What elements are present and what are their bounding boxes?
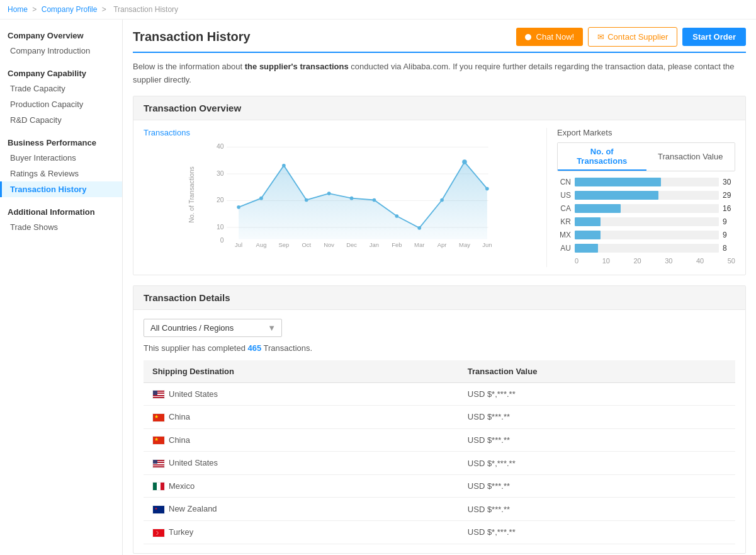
cell-value: USD $*,***.**: [459, 520, 735, 544]
contact-supplier-button[interactable]: ✉ Contact Supplier: [588, 27, 677, 47]
details-body: All Countries / Regions United States Ch…: [133, 310, 745, 553]
country-filter-select[interactable]: All Countries / Regions United States Ch…: [144, 319, 282, 337]
bar-fill: [575, 231, 601, 239]
cell-destination: Mexico: [144, 474, 459, 498]
cell-value: USD $***.**: [459, 498, 735, 521]
dot-may: [462, 159, 467, 164]
bar-fill: [575, 178, 661, 186]
cell-destination: ✦New Zealand: [144, 498, 459, 521]
table-row: Mexico USD $***.**: [144, 474, 735, 498]
svg-text:Jul: Jul: [235, 241, 242, 248]
bar-country-label: CN: [557, 178, 571, 186]
col-value: Transaction Value: [459, 360, 735, 383]
line-chart-svg: 40 30 20 10 0: [169, 141, 546, 248]
sidebar-item-ratings-reviews[interactable]: Ratings & Reviews: [0, 166, 122, 181]
cell-destination: United States: [144, 382, 459, 406]
dot-mar: [417, 226, 421, 230]
table-row: United States USD $*,***.**: [144, 382, 735, 406]
svg-text:0: 0: [220, 236, 224, 243]
country-filter-wrap: All Countries / Regions United States Ch…: [144, 319, 282, 337]
bar-wrap: [575, 204, 719, 213]
sidebar-item-trade-capacity[interactable]: Trade Capacity: [0, 81, 122, 96]
svg-text:No. of Transactions: No. of Transactions: [188, 166, 195, 222]
svg-text:Jun: Jun: [482, 241, 492, 248]
breadcrumb-home[interactable]: Home: [8, 5, 28, 14]
sidebar-item-transaction-history[interactable]: Transaction History: [0, 181, 122, 197]
bar-value: 30: [723, 178, 735, 186]
sidebar-item-trade-shows[interactable]: Trade Shows: [0, 219, 122, 235]
breadcrumb: Home > Company Profile > Transaction His…: [0, 0, 756, 20]
bar-wrap: [575, 231, 719, 239]
dot-apr: [440, 198, 444, 202]
chat-now-button[interactable]: Chat Now!: [516, 28, 584, 46]
tab-transaction-value[interactable]: Transaction Value: [646, 143, 735, 171]
bar-row-cn: CN 30: [557, 178, 735, 186]
table-header: Shipping Destination Transaction Value: [144, 360, 735, 383]
cell-destination: United States: [144, 452, 459, 475]
svg-text:Mar: Mar: [414, 241, 424, 248]
cell-value: USD $*,***.**: [459, 382, 735, 406]
svg-text:Oct: Oct: [302, 241, 311, 248]
transactions-chart-area: Transactions 40 30 20 10: [144, 128, 546, 267]
table-row: ✦New Zealand USD $***.**: [144, 498, 735, 521]
bar-row-ca: CA 16: [557, 204, 735, 213]
country-name: United States: [169, 458, 218, 467]
cell-value: USD $***.**: [459, 406, 735, 429]
country-name: United States: [169, 389, 218, 399]
table-body: United States USD $*,***.** ★China USD $…: [144, 382, 735, 544]
header-actions: Chat Now! ✉ Contact Supplier Start Order: [516, 27, 746, 47]
sidebar-item-company-introduction[interactable]: Company Introduction: [0, 43, 122, 59]
country-name: China: [169, 412, 190, 421]
svg-text:30: 30: [217, 169, 224, 176]
svg-text:40: 40: [217, 143, 224, 150]
bar-fill: [575, 217, 601, 226]
sidebar: Company Overview Company Introduction Co…: [0, 20, 123, 555]
transaction-table: Shipping Destination Transaction Value U…: [144, 360, 735, 544]
bar-wrap: [575, 191, 719, 200]
transaction-details-card: Transaction Details All Countries / Regi…: [133, 285, 746, 554]
sidebar-section-business-performance: Business Performance: [0, 133, 122, 150]
tab-num-transactions[interactable]: No. of Transactions: [558, 143, 646, 171]
export-label: Export Markets: [557, 128, 735, 137]
bar-country-label: MX: [557, 231, 571, 239]
dot-feb: [395, 214, 399, 218]
chat-dot: [525, 34, 531, 40]
svg-text:Apr: Apr: [437, 241, 447, 248]
bar-wrap: [575, 178, 719, 186]
page-header: Transaction History Chat Now! ✉ Contact …: [133, 20, 746, 53]
bar-value: 8: [723, 244, 735, 253]
email-icon: ✉: [597, 32, 604, 42]
overview-body: Transactions 40 30 20 10: [133, 120, 745, 275]
bar-axis: 01020304050: [557, 257, 735, 265]
table-row: ★China USD $***.**: [144, 428, 735, 452]
cell-destination: ★China: [144, 428, 459, 452]
svg-text:Jan: Jan: [370, 241, 379, 248]
breadcrumb-company-profile[interactable]: Company Profile: [42, 5, 98, 14]
col-destination: Shipping Destination: [144, 360, 459, 383]
page-title: Transaction History: [133, 30, 251, 44]
export-tabs: No. of Transactions Transaction Value: [557, 142, 735, 171]
bar-country-label: AU: [557, 244, 571, 253]
details-title: Transaction Details: [133, 286, 745, 310]
sidebar-item-rd-capacity[interactable]: R&D Capacity: [0, 112, 122, 128]
sidebar-section-additional: Additional Information: [0, 202, 122, 219]
svg-text:Sep: Sep: [278, 241, 289, 248]
overview-title: Transaction Overview: [133, 96, 745, 120]
bar-value: 29: [723, 191, 735, 200]
bar-fill: [575, 191, 658, 200]
bar-fill: [575, 244, 598, 253]
sidebar-item-buyer-interactions[interactable]: Buyer Interactions: [0, 150, 122, 166]
filter-row: All Countries / Regions United States Ch…: [144, 319, 735, 337]
cell-destination: ★China: [144, 406, 459, 429]
table-row: ★China USD $***.**: [144, 406, 735, 429]
bar-wrap: [575, 244, 719, 253]
dot-jul: [237, 205, 240, 209]
sidebar-item-production-capacity[interactable]: Production Capacity: [0, 96, 122, 112]
bar-row-us: US 29: [557, 191, 735, 200]
bar-country-label: CA: [557, 204, 571, 213]
country-name: China: [169, 435, 190, 445]
table-row: ☽Turkey USD $*,***.**: [144, 520, 735, 544]
svg-text:May: May: [459, 241, 470, 248]
start-order-button[interactable]: Start Order: [682, 28, 746, 46]
sidebar-section-company-capability: Company Capability: [0, 64, 122, 81]
